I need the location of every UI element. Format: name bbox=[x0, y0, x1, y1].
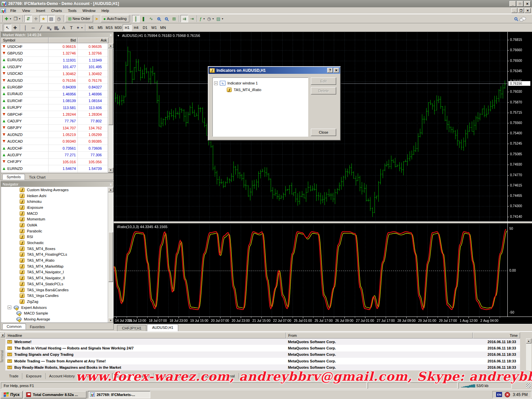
indicators-add-button[interactable]: ƒ▼ bbox=[199, 15, 206, 22]
metaeditor-button[interactable]: ➤ bbox=[93, 15, 101, 22]
strategy-tester-button[interactable]: ◷ bbox=[55, 15, 63, 22]
navigator-tab-favorites[interactable]: Favorites bbox=[26, 324, 49, 330]
autotrading-button[interactable]: ●AutoTrading bbox=[101, 15, 129, 22]
scroll-up-icon[interactable]: ▲ bbox=[108, 187, 113, 192]
delete-button[interactable]: Delete bbox=[311, 87, 336, 94]
chart-tab-chfjpy-h1[interactable]: CHFJPY,H1 bbox=[117, 325, 146, 331]
navigator-item-tas-mt4-staticpcls[interactable]: ƒTAS_MT4_StaticPCLs bbox=[1, 281, 113, 287]
symbol-row-eurusd[interactable]: EURUSD1.119311.11949 bbox=[1, 57, 113, 64]
navigator-item-macd-sample[interactable]: MACD Sample bbox=[1, 310, 113, 316]
taskbar-total-commander[interactable]: Total Commander 8.52a ... bbox=[24, 391, 86, 398]
symbol-row-gbpchf[interactable]: GBPCHF1.282441.28304 bbox=[1, 111, 113, 118]
edit-button[interactable]: Edit bbox=[311, 77, 336, 85]
mdi-close-button[interactable]: ✕ bbox=[525, 8, 531, 13]
crosshair-button[interactable]: ✚ bbox=[11, 24, 19, 31]
timeframe-h1[interactable]: H1 bbox=[123, 24, 132, 31]
symbol-row-usdchf[interactable]: USDCHF0.966150.96635 bbox=[1, 43, 113, 50]
bars-chart-button[interactable]: ║ bbox=[132, 15, 140, 22]
terminal-scrollbar[interactable]: ▲ bbox=[526, 338, 531, 370]
text-label-button[interactable]: T bbox=[67, 24, 75, 31]
menu-window[interactable]: Window bbox=[79, 8, 98, 14]
symbol-row-usdcad[interactable]: USDCAD1.304621.30492 bbox=[1, 70, 113, 77]
symbol-row-eurchf[interactable]: EURCHF1.081391.08164 bbox=[1, 97, 113, 104]
menu-help[interactable]: Help bbox=[98, 8, 112, 14]
tree-node-indicator-window[interactable]: − ∿ Indicator window 1 bbox=[214, 80, 307, 86]
profiles-button[interactable]: ❐▼ bbox=[13, 15, 22, 22]
line-chart-button[interactable]: ∿ bbox=[147, 15, 155, 22]
column-from[interactable]: From bbox=[286, 332, 473, 338]
mail-row[interactable]: Welcome!MetaQuotes Software Corp.2016.06… bbox=[5, 338, 520, 345]
menu-insert[interactable]: Insert bbox=[33, 8, 48, 14]
chart-menu-icon[interactable] bbox=[1, 8, 6, 13]
search-button[interactable] bbox=[512, 15, 520, 22]
horizontal-line-button[interactable]: ─ bbox=[29, 24, 37, 31]
resize-grip[interactable] bbox=[526, 383, 531, 388]
timeframe-d1[interactable]: D1 bbox=[141, 24, 150, 31]
toolbar-grip[interactable] bbox=[1, 24, 2, 31]
close-button[interactable]: ✕ bbox=[524, 1, 531, 7]
vertical-line-button[interactable]: │ bbox=[22, 24, 29, 31]
timeframe-m5[interactable]: M5 bbox=[96, 24, 105, 31]
maximize-button[interactable]: □ bbox=[517, 1, 523, 7]
language-indicator[interactable]: EN bbox=[496, 392, 502, 397]
timeframe-mn[interactable]: MN bbox=[159, 24, 168, 31]
navigator-item-iexposure[interactable]: ƒiExposure bbox=[1, 204, 113, 210]
collapse-icon[interactable]: − bbox=[8, 306, 11, 309]
navigator-close-icon[interactable]: x bbox=[110, 183, 112, 186]
terminal-toggle-button[interactable]: ▤ bbox=[47, 15, 55, 22]
symbol-row-gbpusd[interactable]: GBPUSD1.327461.32766 bbox=[1, 50, 113, 57]
symbol-row-eurjpy[interactable]: EURJPY113.581113.606 bbox=[1, 104, 113, 111]
symbol-row-eurgbp[interactable]: EURGBP0.843090.84327 bbox=[1, 84, 113, 90]
column-symbol[interactable]: Symbol bbox=[1, 38, 49, 43]
menu-file[interactable]: File bbox=[7, 8, 19, 14]
security-shield-icon[interactable]: ✕ bbox=[505, 392, 510, 397]
start-button[interactable]: Пуск bbox=[1, 391, 23, 398]
new-order-button[interactable]: ⊞New Order bbox=[65, 15, 93, 22]
symbol-row-audjpy[interactable]: AUDJPY77.27177.306 bbox=[1, 152, 113, 158]
terminal-tab-exposure[interactable]: Exposure bbox=[22, 373, 45, 379]
data-window-button[interactable]: ✛ bbox=[32, 15, 40, 22]
menu-view[interactable]: View bbox=[19, 8, 33, 14]
terminal-tab-trade[interactable]: Trade bbox=[5, 373, 22, 379]
auto-scroll-button[interactable]: ⇉ bbox=[181, 15, 188, 22]
symbol-row-audchf[interactable]: AUDCHF0.735610.73606 bbox=[1, 145, 113, 152]
mail-row[interactable]: Trading Signals and Copy TradingMetaQuot… bbox=[5, 351, 520, 358]
column-bid[interactable]: Bid bbox=[49, 38, 78, 43]
market-watch-scrollbar[interactable]: ▲ ▼ bbox=[108, 43, 113, 173]
navigator-node-expert-advisors[interactable]: −Expert Advisors bbox=[1, 305, 113, 311]
dialog-title-bar[interactable]: ƒ Indicators on AUDUSD,H1 ? ✕ bbox=[208, 67, 340, 74]
market-watch-toggle-button[interactable]: ⇵ bbox=[24, 15, 32, 22]
zoom-out-button[interactable]: − bbox=[163, 15, 170, 22]
symbol-row-eurcad[interactable]: EURCAD1.460171.46062 bbox=[1, 172, 113, 173]
navigator-tab-common[interactable]: Common bbox=[2, 324, 26, 330]
close-dialog-button[interactable]: Close bbox=[311, 129, 336, 136]
symbol-row-chfjpy[interactable]: CHFJPY105.016105.056 bbox=[1, 159, 113, 165]
mail-row[interactable]: The Built-in Virtual Hosting — Robots an… bbox=[5, 345, 520, 351]
navigator-item-ichimoku[interactable]: ƒIchimoku bbox=[1, 199, 113, 204]
mdi-minimize-button[interactable]: _ bbox=[511, 8, 517, 13]
cursor-button[interactable]: ↖ bbox=[4, 24, 11, 31]
timeframe-m15[interactable]: M15 bbox=[105, 24, 114, 31]
symbol-row-audusd[interactable]: AUDUSD0.761560.76176 bbox=[1, 77, 113, 84]
feedback-chat-button[interactable] bbox=[520, 15, 527, 22]
equidistant-channel-button[interactable]: ≋E bbox=[45, 24, 52, 31]
navigator-item-tas-mt4-marketmap[interactable]: ƒTAS_MT4_MarketMap bbox=[1, 263, 113, 269]
market-watch-tab-tick-chart[interactable]: Tick Chart bbox=[25, 175, 50, 180]
zoom-in-button[interactable]: + bbox=[155, 15, 163, 22]
terminal-close-icon[interactable]: x bbox=[1, 333, 5, 337]
scroll-thumb[interactable] bbox=[108, 49, 113, 125]
symbol-row-cadjpy[interactable]: CADJPY77.76777.802 bbox=[1, 118, 113, 124]
collapse-icon[interactable]: − bbox=[214, 81, 218, 85]
navigator-item-custom-moving-averages[interactable]: ƒCustom Moving Averages bbox=[1, 187, 113, 193]
navigator-item-tas-mt4-navigator-ii[interactable]: ƒTAS_MT4_Navigator_II bbox=[1, 275, 113, 281]
navigator-scrollbar[interactable]: ▲ ▼ bbox=[108, 187, 113, 323]
mdi-restore-button[interactable]: ❐ bbox=[518, 8, 524, 13]
navigator-item-tas-mt4-boxes[interactable]: ƒTAS_MT4_Boxes bbox=[1, 246, 113, 252]
navigator-item-macd[interactable]: ƒMACD bbox=[1, 210, 113, 216]
column-ask[interactable]: Ask bbox=[78, 38, 109, 43]
navigator-item-tas-vega-bars-candles[interactable]: ƒTAS_Vega Bars&Candles bbox=[1, 287, 113, 293]
terminal-tab-account-history[interactable]: Account History bbox=[46, 373, 79, 379]
tile-windows-button[interactable]: ⊞ bbox=[170, 15, 178, 22]
scroll-down-icon[interactable]: ▼ bbox=[108, 168, 113, 173]
scroll-down-icon[interactable]: ▼ bbox=[108, 318, 113, 323]
